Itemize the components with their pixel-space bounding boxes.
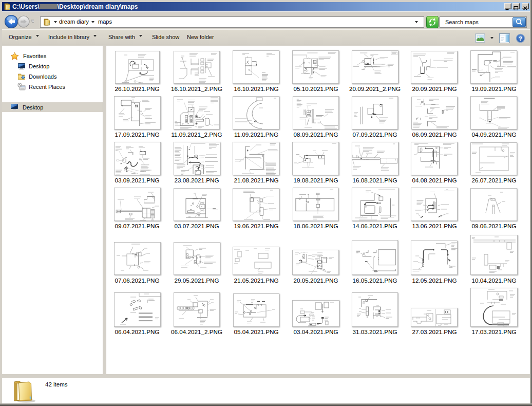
svg-text:?: ? (519, 35, 522, 42)
